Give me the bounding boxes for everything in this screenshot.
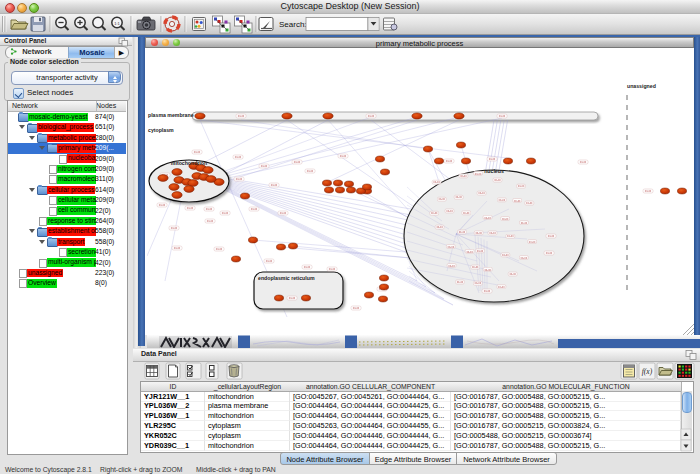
svg-text:xx-xx: xx-xx	[289, 296, 296, 300]
svg-text:xx-xx: xx-xx	[266, 259, 273, 263]
svg-text:xx-xx: xx-xx	[463, 211, 470, 215]
svg-text:f(x): f(x)	[642, 367, 653, 376]
svg-text:endoplasmic reticulum: endoplasmic reticulum	[258, 275, 315, 281]
svg-text:xx-xx: xx-xx	[280, 211, 287, 215]
svg-text:xx-xx: xx-xx	[455, 195, 462, 199]
svg-text:xx-xx: xx-xx	[475, 172, 482, 176]
svg-text:xx-xx: xx-xx	[466, 250, 473, 254]
svg-text:xx-xx: xx-xx	[521, 256, 528, 260]
svg-text:xx-xx: xx-xx	[494, 178, 501, 182]
svg-text:xx-xx: xx-xx	[304, 265, 311, 269]
svg-text:xx-xx: xx-xx	[307, 169, 314, 173]
svg-text:xx-xx: xx-xx	[438, 197, 445, 201]
svg-text:cytoplasm: cytoplasm	[148, 127, 174, 133]
svg-text:xx-xx: xx-xx	[526, 201, 533, 205]
svg-text:xx-xx: xx-xx	[216, 247, 223, 251]
svg-text:xx-xx: xx-xx	[509, 272, 516, 276]
svg-text:xx-xx: xx-xx	[484, 268, 491, 272]
svg-text:xx-xx: xx-xx	[446, 209, 453, 213]
svg-text:xx-xx: xx-xx	[472, 265, 479, 269]
svg-text:xx-xx: xx-xx	[448, 245, 455, 249]
svg-text:xx-xx: xx-xx	[498, 285, 505, 289]
svg-text:xx-xx: xx-xx	[206, 207, 213, 211]
svg-text:xx-xx: xx-xx	[251, 207, 258, 211]
svg-text:xx-xx: xx-xx	[457, 280, 464, 284]
svg-text:xx-xx: xx-xx	[353, 306, 360, 310]
svg-text:xx-xx: xx-xx	[489, 231, 496, 235]
svg-text:xx-xx: xx-xx	[171, 226, 178, 230]
svg-text:xx-xx: xx-xx	[478, 191, 485, 195]
svg-text:xx-xx: xx-xx	[174, 246, 181, 250]
svg-text:xx-xx: xx-xx	[431, 211, 438, 215]
svg-text:xx-xx: xx-xx	[329, 267, 336, 271]
svg-text:xx-xx: xx-xx	[499, 114, 506, 118]
svg-text:xx-xx: xx-xx	[484, 289, 491, 293]
svg-text:xx-xx: xx-xx	[514, 199, 521, 203]
svg-text:xx-xx: xx-xx	[368, 114, 375, 118]
svg-text:xx-xx: xx-xx	[222, 211, 229, 215]
svg-text:xx-xx: xx-xx	[238, 114, 245, 118]
svg-text:xx-xx: xx-xx	[499, 198, 506, 202]
svg-text:mitochondrion: mitochondrion	[171, 160, 207, 166]
svg-text:xx-xx: xx-xx	[475, 281, 482, 285]
svg-text:Search:: Search:	[279, 20, 307, 29]
svg-text:xx-xx: xx-xx	[580, 160, 587, 164]
svg-text:xx-xx: xx-xx	[271, 183, 278, 187]
svg-text:xx-xx: xx-xx	[446, 159, 453, 163]
svg-text:xx-xx: xx-xx	[489, 157, 496, 161]
svg-text:xx-xx: xx-xx	[159, 203, 166, 207]
svg-text:xx-xx: xx-xx	[236, 177, 243, 181]
svg-text:xx-xx: xx-xx	[459, 230, 466, 234]
svg-text:xx-xx: xx-xx	[433, 180, 440, 184]
svg-text:xx-xx: xx-xx	[207, 219, 214, 223]
svg-text:xx-xx: xx-xx	[502, 217, 509, 221]
svg-text:xx-xx: xx-xx	[436, 225, 443, 229]
svg-text:xx-xx: xx-xx	[194, 150, 201, 154]
svg-text:unassigned: unassigned	[627, 83, 656, 89]
svg-text:xx-xx: xx-xx	[340, 154, 347, 158]
svg-text:xx-xx: xx-xx	[187, 206, 194, 210]
svg-text:xx-xx: xx-xx	[448, 264, 455, 268]
svg-text:xx-xx: xx-xx	[261, 164, 268, 168]
svg-text:xx-xx: xx-xx	[475, 231, 482, 235]
svg-text:1:1: 1:1	[114, 21, 120, 26]
svg-text:xx-xx: xx-xx	[548, 234, 555, 238]
svg-text:xx-xx: xx-xx	[460, 174, 467, 178]
svg-text:plasma membrane: plasma membrane	[148, 112, 194, 118]
svg-text:nucleus: nucleus	[484, 168, 504, 174]
svg-text:xx-xx: xx-xx	[521, 221, 528, 225]
svg-text:xx-xx: xx-xx	[529, 240, 536, 244]
svg-text:xx-xx: xx-xx	[546, 251, 553, 255]
svg-text:xx-xx: xx-xx	[484, 216, 491, 220]
svg-text:xx-xx: xx-xx	[518, 184, 525, 188]
svg-text:xx-xx: xx-xx	[294, 160, 301, 164]
svg-text:xx-xx: xx-xx	[645, 189, 652, 193]
svg-text:xx-xx: xx-xx	[235, 155, 242, 159]
svg-text:xx-xx: xx-xx	[477, 249, 484, 253]
svg-text:xx-xx: xx-xx	[502, 253, 509, 257]
svg-text:xx-xx: xx-xx	[507, 234, 514, 238]
